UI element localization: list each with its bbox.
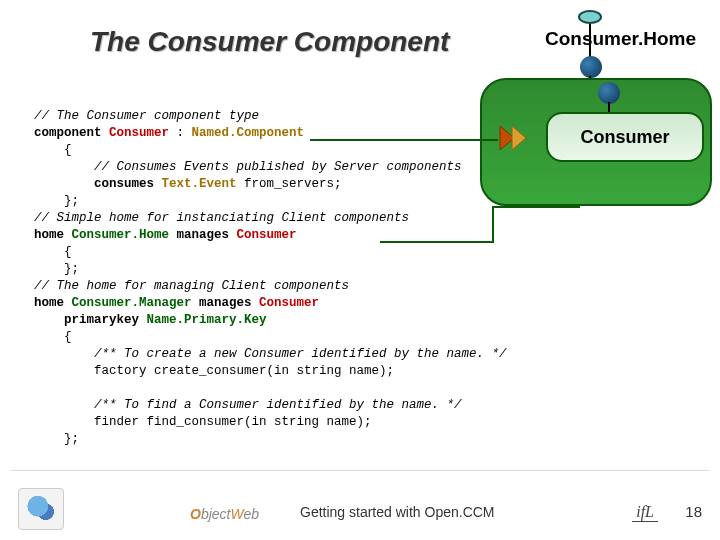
footer-caption: Getting started with Open.CCM [300, 504, 495, 520]
code-listing: // The Consumer component type component… [34, 108, 594, 448]
ball-icon [580, 56, 602, 78]
lifl-logo: ifL [632, 503, 658, 522]
slide-title: The Consumer Component [90, 26, 449, 58]
objectweb-logo: OObjectWebbjectWeb [190, 506, 259, 522]
connector-line [589, 24, 591, 58]
slide-footer: OObjectWebbjectWeb Getting started with … [0, 470, 720, 540]
handle-cap-icon [578, 10, 602, 24]
ball-icon [598, 82, 620, 104]
consumer-home-label: Consumer.Home [545, 28, 696, 50]
page-number: 18 [685, 503, 702, 520]
org-logo-icon [18, 488, 64, 530]
divider [10, 470, 710, 471]
